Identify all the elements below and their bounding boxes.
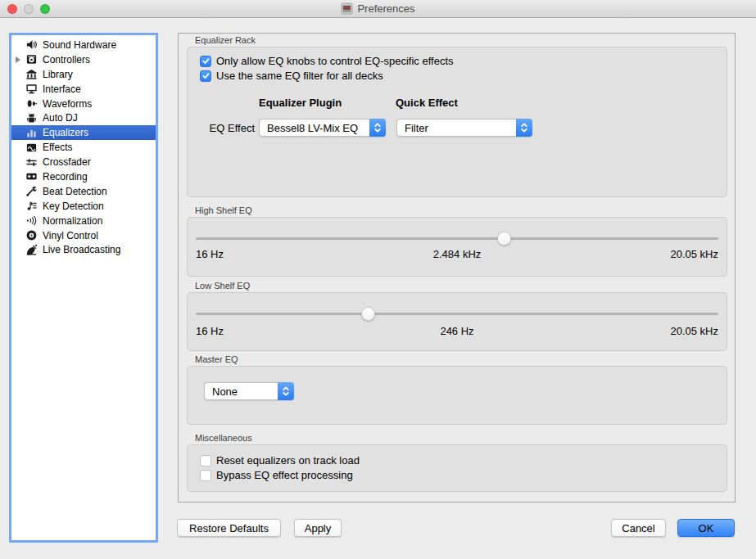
robot-icon [25, 111, 38, 124]
sidebar-item-label: Normalization [43, 215, 102, 227]
slider-handle[interactable] [361, 307, 375, 321]
sidebar-item-label: Crossfader [43, 156, 91, 168]
low-shelf-min-label: 16 Hz [196, 325, 370, 337]
group-box-low-shelf-eq [187, 292, 727, 351]
master-eq-dropdown[interactable]: None [204, 382, 294, 400]
recording-icon [25, 170, 38, 183]
column-header-quick-effect: Quick Effect [396, 97, 458, 109]
vinyl-icon [25, 229, 38, 242]
sidebar-item-auto-dj[interactable]: Auto DJ [11, 110, 156, 125]
window-title: Preferences [357, 2, 414, 15]
quick-effect-dropdown[interactable]: Filter [396, 119, 532, 137]
preferences-sidebar: Sound HardwareControllersLibraryInterfac… [9, 33, 158, 543]
popup-arrows-icon [278, 382, 294, 400]
sidebar-item-crossfader[interactable]: Crossfader [11, 155, 156, 169]
column-header-equalizer-plugin: Equalizer Plugin [259, 97, 342, 109]
eq-effect-row-label: EQ Effect [191, 122, 255, 134]
sidebar-item-normalization[interactable]: Normalization [11, 214, 156, 228]
sidebar-item-label: Key Detection [43, 201, 104, 212]
sidebar-list: Sound HardwareControllersLibraryInterfac… [11, 38, 156, 257]
equalizer-plugin-dropdown[interactable]: Bessel8 LV-Mix EQ [259, 119, 386, 137]
sidebar-item-label: Recording [43, 171, 88, 183]
sidebar-item-recording[interactable]: Recording [11, 169, 156, 184]
restore-defaults-button[interactable]: Restore Defaults [177, 519, 281, 537]
crossfader-icon [25, 156, 38, 169]
checkbox-bypass-eq[interactable] [200, 470, 211, 481]
sidebar-item-label: Auto DJ [43, 112, 78, 124]
sidebar-item-label: Controllers [43, 54, 90, 65]
sidebar-item-sound-hardware[interactable]: Sound Hardware [11, 38, 156, 52]
disclosure-triangle-icon[interactable] [11, 56, 25, 63]
group-title-miscellaneous: Miscellaneous [195, 433, 252, 443]
group-box-miscellaneous [187, 444, 727, 492]
sidebar-item-key-detection[interactable]: Key Detection [11, 199, 156, 214]
sidebar-item-label: Live Broadcasting [43, 244, 120, 255]
checkbox-same-eq-filter[interactable] [200, 70, 211, 82]
popup-arrows-icon [369, 119, 386, 137]
checkbox-same-eq-filter-label: Use the same EQ filter for all decks [216, 70, 383, 82]
equalizer-plugin-value: Bessel8 LV-Mix EQ [260, 122, 369, 134]
master-eq-value: None [205, 385, 278, 398]
high-shelf-value-label: 2.484 kHz [370, 248, 545, 260]
low-shelf-eq-slider[interactable] [196, 306, 718, 321]
high-shelf-min-label: 16 Hz [196, 248, 370, 260]
equalizer-icon [25, 126, 38, 139]
ok-button[interactable]: OK [677, 519, 735, 537]
broadcast-icon [25, 243, 38, 256]
sidebar-item-beat-detection[interactable]: Beat Detection [11, 184, 156, 199]
checkbox-reset-equalizers-label: Reset equalizers on track load [216, 454, 360, 467]
apply-button[interactable]: Apply [294, 519, 342, 537]
sidebar-item-waveforms[interactable]: Waveforms [11, 97, 156, 111]
high-shelf-eq-slider[interactable] [196, 231, 718, 246]
sidebar-item-label: Effects [43, 142, 72, 153]
checkbox-eq-knobs-only-label: Only allow EQ knobs to control EQ-specif… [216, 55, 454, 67]
zoom-button[interactable] [40, 4, 50, 14]
key-icon [25, 200, 38, 213]
beat-icon [25, 185, 38, 198]
preferences-app-icon [341, 2, 353, 15]
group-title-high-shelf-eq: High Shelf EQ [195, 205, 252, 215]
sidebar-item-label: Interface [43, 83, 81, 95]
sidebar-item-label: Vinyl Control [43, 230, 98, 241]
slider-track [196, 237, 718, 240]
effects-icon [25, 141, 38, 154]
checkbox-bypass-eq-label: Bypass EQ effect processing [216, 469, 353, 481]
high-shelf-max-label: 20.05 kHz [544, 248, 718, 260]
low-shelf-max-label: 20.05 kHz [544, 325, 718, 337]
sidebar-item-effects[interactable]: Effects [11, 140, 156, 155]
sidebar-item-interface[interactable]: Interface [11, 82, 156, 97]
popup-arrows-icon [516, 119, 532, 137]
minimize-button[interactable] [24, 4, 34, 14]
cancel-button[interactable]: Cancel [611, 519, 666, 537]
slider-handle[interactable] [497, 232, 511, 246]
sidebar-item-controllers[interactable]: Controllers [11, 52, 156, 67]
group-title-master-eq: Master EQ [195, 354, 238, 364]
sidebar-item-live-broadcasting[interactable]: Live Broadcasting [11, 242, 156, 257]
sidebar-item-equalizers[interactable]: Equalizers [11, 125, 156, 140]
title-bar: Preferences [0, 0, 756, 18]
sidebar-item-label: Beat Detection [43, 186, 107, 197]
group-box-high-shelf-eq [187, 217, 727, 277]
sidebar-item-label: Library [43, 69, 73, 80]
group-title-low-shelf-eq: Low Shelf EQ [195, 281, 250, 291]
equalizers-pane: Equalizer Rack Only allow EQ knobs to co… [178, 33, 736, 503]
slider-track [196, 313, 718, 315]
sidebar-item-label: Waveforms [43, 98, 92, 110]
checkbox-reset-equalizers[interactable] [200, 455, 211, 467]
monitor-icon [25, 83, 38, 96]
controller-icon [25, 53, 38, 66]
sidebar-item-library[interactable]: Library [11, 67, 156, 82]
normalization-icon [25, 214, 38, 228]
speaker-icon [25, 38, 38, 52]
checkbox-eq-knobs-only[interactable] [200, 56, 211, 67]
waveform-icon [25, 97, 38, 110]
library-icon [25, 68, 38, 81]
sidebar-item-label: Equalizers [43, 127, 88, 138]
low-shelf-value-label: 246 Hz [370, 325, 545, 337]
traffic-lights [7, 4, 50, 14]
sidebar-item-label: Sound Hardware [43, 39, 116, 51]
close-button[interactable] [7, 4, 17, 14]
group-title-equalizer-rack: Equalizer Rack [195, 35, 256, 45]
sidebar-item-vinyl-control[interactable]: Vinyl Control [11, 228, 156, 243]
quick-effect-value: Filter [397, 122, 516, 134]
